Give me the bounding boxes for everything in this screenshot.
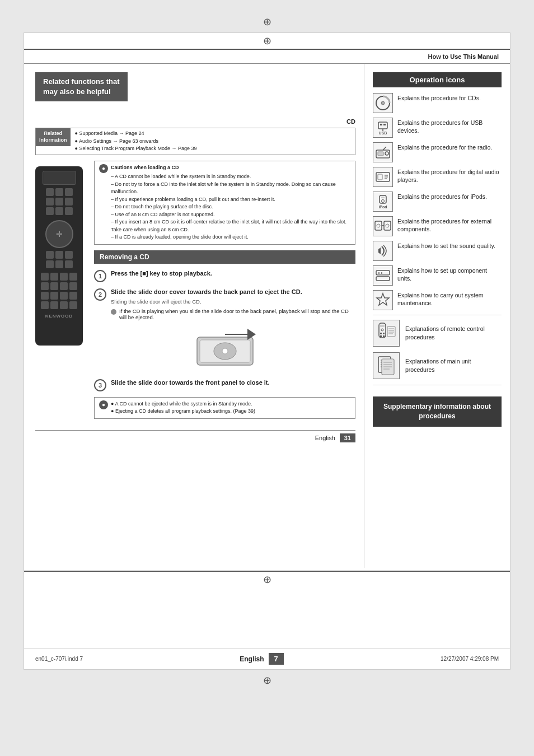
op-icon-cd: Explains the procedure for CDs. [373, 93, 502, 113]
sound-icon [373, 241, 393, 261]
date-info: 12/27/2007 4:29:08 PM [441, 656, 499, 662]
op-icon-ipod-desc: Explains the procedures for iPods. [397, 192, 487, 200]
cd-icon [373, 93, 393, 113]
svg-point-3 [222, 348, 228, 354]
bottom-warning-list: ● A CD cannot be ejected while the syste… [111, 400, 255, 416]
top-crosshair-icon: ⊕ [263, 16, 271, 28]
step-subtext-2: Sliding the slide door will eject the CD… [111, 298, 355, 305]
op-icon-sound-desc: Explains how to set the sound quality. [397, 241, 495, 250]
operation-icons-header: Operation icons [373, 72, 502, 87]
radio-icon [373, 142, 393, 162]
op-icon-usb-desc: Explains the procedures for USB devices. [397, 118, 502, 134]
op-icon-ipod: iPod Explains the procedures for iPods. [373, 192, 502, 212]
inner-english-label: English [315, 435, 335, 441]
warning-box: ● Cautions when loading a CD – A CD cann… [94, 161, 355, 245]
external-icon [373, 216, 393, 236]
page-header: How to Use This Manual [24, 50, 510, 64]
svg-rect-8 [378, 122, 387, 129]
main-unit-special-icon [373, 352, 400, 379]
svg-rect-25 [384, 221, 391, 230]
warning-title: Cautions when loading a CD [111, 165, 179, 170]
language-label: English [240, 655, 264, 663]
bottom-warning-box: ● ● A CD cannot be ejected while the sys… [94, 397, 355, 419]
svg-point-28 [386, 224, 389, 227]
related-functions-box: Related functions that may also be helpf… [35, 72, 128, 101]
usb-icon: USB [373, 118, 393, 138]
digital-audio-icon [373, 167, 393, 187]
step-text-3: Slide the slide door towards the front p… [111, 379, 270, 387]
svg-rect-34 [380, 325, 385, 327]
step-number-3: 3 [94, 379, 106, 391]
op-icon-radio-desc: Explains the procedure for the radio. [397, 142, 492, 151]
svg-rect-39 [383, 335, 385, 337]
inner-page-number: 31 [340, 433, 355, 442]
svg-point-7 [381, 101, 385, 105]
step-text-1: Press the [■] key to stop playback. [111, 269, 212, 278]
svg-point-22 [382, 199, 385, 202]
svg-point-14 [385, 152, 388, 155]
related-info-label: Related Information [36, 128, 71, 146]
bottom-warning-circle: ● [99, 400, 108, 409]
svg-rect-36 [380, 333, 382, 334]
inner-crosshair-icon: ⊕ [263, 35, 271, 47]
op-icon-external-desc: Explains the procedures for external com… [397, 216, 502, 233]
svg-rect-17 [378, 174, 382, 180]
related-info-content: ● Supported Media → Page 24 ● Audio Sett… [71, 128, 202, 155]
step-1: 1 Press the [■] key to stop playback. [94, 269, 355, 282]
warning-list: – A CD cannot be loaded while the system… [111, 173, 350, 241]
main-unit-special-row: Explanations of main unit procedures [373, 352, 502, 379]
ipod-icon: iPod [373, 192, 393, 212]
svg-rect-10 [383, 124, 386, 125]
step-bullet-2: If the CD is playing when you slide the … [111, 308, 355, 320]
op-icon-digital: Explains the procedure for digital audio… [373, 167, 502, 187]
svg-point-27 [377, 224, 380, 227]
section-header: Removing a CD [94, 250, 355, 264]
page-number: 7 [269, 653, 284, 665]
step-2: 2 Slide the slide door cover towards the… [94, 288, 355, 320]
op-icon-external: Explains the procedures for external com… [373, 216, 502, 236]
remote-control-image: ✛ [35, 166, 88, 424]
svg-point-35 [381, 329, 383, 331]
remote-special-icon [373, 320, 400, 347]
page-title: How to Use This Manual [428, 53, 499, 60]
svg-rect-37 [383, 333, 385, 334]
svg-rect-30 [376, 277, 390, 281]
related-info-item: ● Audio Settings → Page 63 onwards [75, 138, 197, 146]
svg-rect-29 [376, 270, 390, 275]
remote-nav-wheel: ✛ [45, 220, 73, 248]
op-icon-maintenance-desc: Explains how to carry out system mainten… [397, 290, 502, 307]
supplementary-box: Supplementary information about procedur… [373, 396, 502, 427]
step-3: 3 Slide the slide door towards the front… [94, 379, 355, 391]
svg-rect-24 [375, 221, 382, 230]
op-icon-cd-desc: Explains the procedure for CDs. [397, 93, 481, 102]
svg-line-15 [383, 147, 386, 150]
file-info: en01_c-707i.indd 7 [35, 656, 83, 662]
step-number-2: 2 [94, 288, 106, 301]
svg-rect-9 [380, 124, 382, 125]
op-icon-sound: Explains how to set the sound quality. [373, 241, 502, 261]
op-icon-maintenance: Explains how to carry out system mainten… [373, 290, 502, 310]
remote-special-desc: Explanations of remote control procedure… [405, 325, 502, 341]
cd-label: CD [35, 118, 355, 125]
related-functions-label: Related functions that may also be helpf… [43, 77, 120, 96]
maintenance-icon [373, 290, 393, 310]
related-info-item: ● Supported Media → Page 24 [75, 130, 197, 138]
warning-circle: ● [99, 164, 108, 173]
remote-special-row: Explanations of remote control procedure… [373, 320, 502, 347]
svg-rect-40 [387, 326, 395, 337]
svg-rect-13 [378, 152, 383, 156]
component-icon [373, 265, 393, 286]
bottom-inner-crosshair: ⊕ [263, 573, 271, 586]
op-icon-radio: Explains the procedure for the radio. [373, 142, 502, 162]
bottom-crosshair-icon: ⊕ [263, 674, 271, 687]
op-icon-digital-desc: Explains the procedure for digital audio… [397, 167, 502, 184]
related-info-bar: Related Information ● Supported Media → … [35, 128, 355, 155]
step-text-2: Slide the slide door cover towards the b… [111, 288, 355, 296]
op-icon-component: Explains how to set up component units. [373, 265, 502, 286]
page-number-section: English 7 [240, 653, 284, 665]
step-number-1: 1 [94, 270, 106, 282]
brand-label: KENWOOD [45, 314, 73, 319]
main-unit-special-desc: Explanations of main unit procedures [405, 357, 502, 374]
cd-diagram [94, 326, 355, 373]
op-icon-usb: USB Explains the procedures for USB devi… [373, 118, 502, 138]
